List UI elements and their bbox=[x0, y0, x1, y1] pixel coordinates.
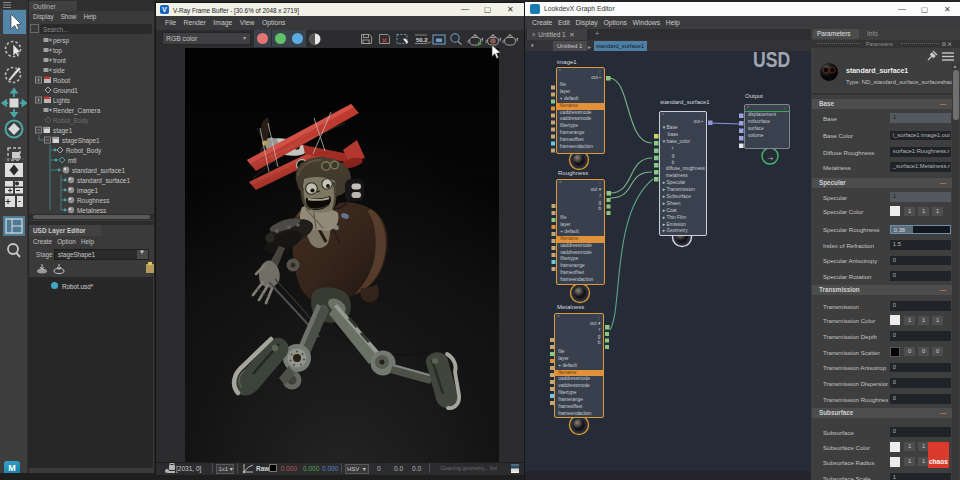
svg-text:persp: persp bbox=[53, 37, 69, 45]
svg-text:standard_surface1: standard_surface1 bbox=[77, 177, 130, 185]
svg-text:mtl: mtl bbox=[68, 157, 77, 164]
svg-text:Metalness: Metalness bbox=[77, 207, 106, 214]
svg-text:stage1: stage1 bbox=[53, 127, 73, 135]
svg-text:top: top bbox=[53, 47, 62, 55]
svg-text:Robot_Body: Robot_Body bbox=[66, 147, 102, 155]
svg-text:50.2: 50.2 bbox=[416, 37, 428, 43]
svg-text:Robot: Robot bbox=[53, 77, 70, 84]
svg-text:Ground1: Ground1 bbox=[53, 87, 78, 94]
svg-text:image1: image1 bbox=[77, 187, 98, 195]
svg-text:standard_surface1: standard_surface1 bbox=[72, 167, 125, 175]
svg-text:Roughness: Roughness bbox=[77, 197, 109, 205]
svg-text:Robot_Body: Robot_Body bbox=[53, 117, 89, 125]
svg-text:side: side bbox=[53, 67, 65, 74]
svg-text:stageShape1: stageShape1 bbox=[62, 137, 100, 145]
svg-text:front: front bbox=[53, 57, 66, 64]
svg-text:Lights: Lights bbox=[53, 97, 70, 105]
svg-text:Render_Camera: Render_Camera bbox=[53, 107, 101, 115]
